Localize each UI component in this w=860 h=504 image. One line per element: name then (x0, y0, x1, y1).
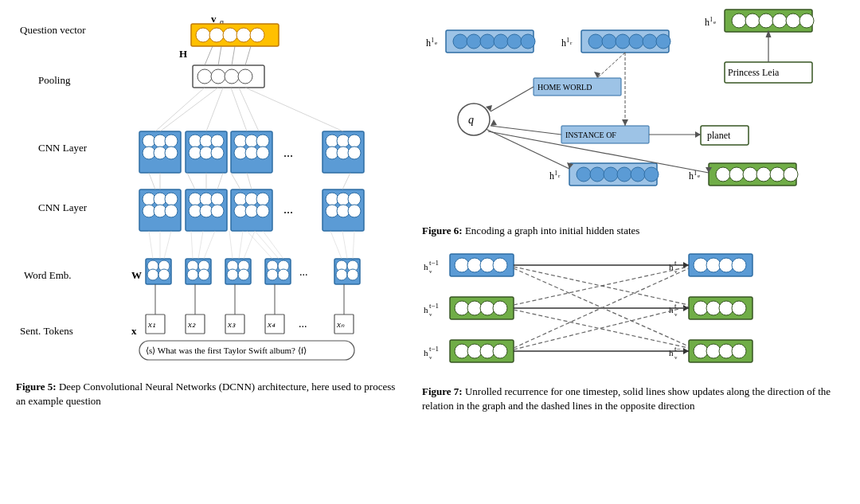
svg-line-119 (229, 231, 233, 259)
svg-point-90 (147, 269, 158, 280)
svg-point-204 (493, 301, 507, 315)
q-node: q (468, 114, 474, 126)
rec-left1-h: h (424, 262, 428, 272)
rec-left3-sub: v (429, 354, 432, 361)
svg-point-158 (786, 14, 800, 28)
figure6-caption-label: Figure 6: (422, 225, 463, 236)
sent-tokens-label: Sent. Tokens (20, 325, 73, 337)
svg-line-168 (491, 87, 534, 111)
svg-line-13 (232, 46, 235, 65)
svg-line-122 (247, 231, 272, 259)
svg-point-70 (256, 205, 269, 217)
svg-marker-173 (695, 131, 701, 138)
svg-point-56 (165, 205, 178, 217)
svg-line-116 (191, 231, 193, 259)
svg-line-12 (218, 46, 221, 65)
svg-point-145 (521, 34, 535, 49)
hlr-bottom-subsub: r (558, 173, 561, 179)
rec-right3-h: h (669, 348, 674, 357)
svg-point-7 (197, 69, 212, 84)
rec-left2-h: h (424, 305, 428, 315)
hlr-top-sub: l (567, 36, 569, 44)
hlr-top-subsub: r (570, 40, 573, 46)
rec-left3-sup: t−1 (429, 345, 439, 353)
figure5-diagram: Question vector Pooling CNN Layer CNN La… (16, 8, 406, 373)
svg-point-177 (604, 167, 618, 182)
svg-point-175 (577, 167, 591, 182)
svg-line-49 (245, 88, 343, 131)
svg-point-67 (256, 193, 269, 205)
svg-point-183 (729, 167, 744, 182)
svg-point-197 (467, 258, 482, 272)
cnn-layer2-label: CNN Layer (38, 201, 88, 213)
svg-point-96 (198, 269, 209, 280)
svg-line-236 (514, 307, 689, 350)
svg-point-179 (631, 167, 645, 182)
svg-point-43 (348, 147, 361, 159)
figure5-caption-label: Figure 5: (16, 381, 57, 393)
svg-point-25 (211, 135, 224, 147)
hle-far-top-label: h (705, 17, 710, 28)
svg-point-78 (348, 205, 361, 217)
svg-line-14 (245, 46, 251, 65)
word-emb-label: Word Emb. (24, 269, 72, 281)
svg-line-45 (160, 88, 218, 131)
svg-point-154 (732, 14, 746, 28)
svg-point-4 (236, 28, 251, 42)
svg-point-151 (643, 34, 657, 49)
svg-point-157 (772, 14, 787, 28)
svg-point-186 (770, 167, 784, 182)
svg-marker-171 (491, 119, 497, 126)
svg-point-207 (467, 344, 482, 358)
svg-point-203 (480, 301, 494, 315)
home-world-label: HOME WORLD (538, 83, 592, 92)
svg-point-196 (455, 258, 469, 272)
svg-point-111 (336, 269, 347, 280)
token-x3: x₃ (227, 319, 236, 329)
hle-bottom-subsub: e (698, 173, 700, 179)
svg-point-198 (480, 258, 494, 272)
figure5-caption: Figure 5: Deep Convolutional Neural Netw… (16, 380, 406, 408)
svg-text:...: ... (299, 266, 308, 278)
svg-point-185 (756, 167, 771, 182)
svg-marker-193 (622, 119, 628, 126)
rec-right2-sub: v (674, 311, 678, 318)
svg-text:...: ... (283, 146, 293, 159)
svg-point-53 (165, 193, 178, 205)
svg-line-121 (244, 231, 255, 259)
svg-point-150 (629, 34, 643, 49)
svg-line-232 (514, 268, 689, 346)
left-panel: Question vector Pooling CNN Layer CNN La… (16, 8, 414, 496)
svg-point-143 (494, 34, 508, 49)
hle-far-top-sub: l (710, 15, 713, 23)
query-text: ⟨s⟩ What was the first Taylor Swift albu… (146, 346, 307, 355)
svg-point-21 (165, 147, 178, 159)
svg-point-140 (453, 34, 467, 49)
hle-top-sub: l (432, 36, 434, 44)
planet-text: planet (707, 130, 731, 141)
svg-point-75 (348, 193, 361, 205)
svg-point-149 (616, 34, 630, 49)
svg-point-2 (209, 28, 224, 42)
svg-point-10 (238, 69, 252, 84)
hle-top-subsub: e (435, 40, 437, 46)
token-x1: x₁ (147, 319, 155, 329)
svg-line-124 (263, 231, 283, 259)
figure5-caption-text: Deep Convolutional Neural Networks (DCNN… (16, 381, 395, 407)
right-panel: h l e h l r h l e (414, 8, 844, 496)
svg-point-222 (706, 344, 721, 358)
x-label: x (131, 325, 137, 337)
svg-point-18 (165, 135, 178, 147)
figure6-diagram: h l e h l r h l e (422, 8, 844, 222)
svg-line-85 (247, 173, 252, 189)
svg-point-112 (347, 269, 358, 280)
instance-of-label: INSTANCE OF (565, 131, 616, 139)
hle-top-label: h (426, 37, 431, 49)
rec-right3-sub: v (674, 354, 678, 361)
svg-line-118 (204, 231, 215, 259)
svg-text:...: ... (283, 202, 293, 216)
svg-line-170 (491, 126, 561, 135)
svg-point-180 (644, 167, 659, 182)
svg-line-44 (155, 88, 205, 131)
cnn-layer1-label: CNN Layer (38, 142, 88, 154)
